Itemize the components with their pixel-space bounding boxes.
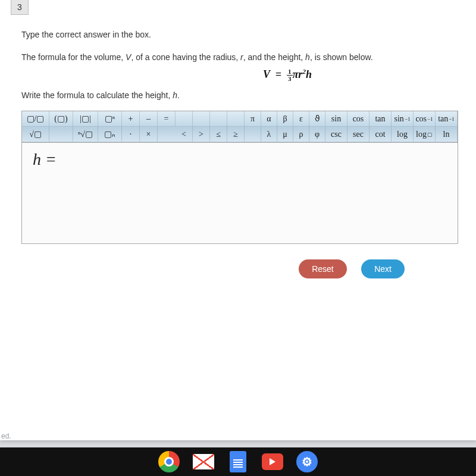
tool-beta[interactable]: β — [277, 111, 293, 127]
tool-epsilon[interactable]: ε — [293, 111, 309, 127]
tool-spacer — [245, 127, 261, 142]
gmail-icon[interactable] — [193, 451, 214, 472]
tool-mu[interactable]: μ — [277, 127, 293, 142]
answer-prefill: h = — [33, 150, 57, 168]
tool-fraction[interactable]: ▢/▢ — [22, 111, 49, 127]
tool-blank[interactable] — [49, 127, 73, 142]
tool-ge[interactable]: ≥ — [227, 127, 245, 142]
next-button[interactable]: Next — [361, 259, 405, 278]
tool-superscript[interactable]: ▢ⁿ — [98, 111, 122, 127]
tool-acos[interactable]: cos−1 — [414, 111, 436, 127]
tool-spacer — [227, 111, 245, 127]
tool-cot[interactable]: cot — [369, 127, 392, 142]
tool-log[interactable]: log — [392, 127, 414, 142]
tool-sqrt[interactable]: √▢ — [22, 127, 49, 142]
prompt-part: Write the formula to calculate the heigh… — [21, 90, 173, 100]
desc-part: The formula for the volume, — [21, 52, 126, 62]
desc-part: , and the height, — [243, 52, 305, 62]
tool-blank2[interactable] — [158, 127, 176, 142]
tool-spacer — [193, 111, 210, 127]
given-formula: V = 13πr2h — [21, 63, 458, 90]
desc-part: , of a cone having the radius, — [131, 52, 240, 62]
tool-csc[interactable]: csc — [325, 127, 347, 142]
tool-phi[interactable]: φ — [309, 127, 325, 142]
tool-times[interactable]: × — [140, 127, 158, 142]
tool-tan[interactable]: tan — [369, 111, 392, 127]
desc-part: , is shown below. — [310, 52, 373, 62]
tool-minus[interactable]: – — [140, 111, 158, 127]
tool-subscript[interactable]: ▢ₙ — [98, 127, 122, 142]
answer-input-area[interactable]: h = — [21, 143, 458, 244]
question-card: 3 Type the correct answer in the box. Th… — [0, 0, 476, 440]
tool-lambda[interactable]: λ — [261, 127, 277, 142]
youtube-icon[interactable] — [262, 451, 283, 472]
desc-var-h: h — [305, 52, 310, 62]
tool-logn[interactable]: log▢ — [414, 127, 436, 142]
description-text: The formula for the volume, V, of a cone… — [21, 52, 458, 62]
chrome-icon[interactable] — [158, 451, 180, 472]
tool-dot[interactable]: · — [122, 127, 140, 142]
tool-spacer — [176, 111, 193, 127]
tool-eq[interactable]: = — [158, 111, 176, 127]
equation-toolbar: ▢/▢ √▢ (▢) |▢| ⁿ√▢ ▢ⁿ ▢ₙ + – = · — [21, 111, 458, 143]
question-content: Type the correct answer in the box. The … — [0, 0, 476, 278]
docs-icon[interactable] — [227, 451, 249, 472]
tool-asin[interactable]: sin−1 — [392, 111, 414, 127]
button-row: Reset Next — [21, 244, 458, 278]
tool-atan[interactable]: tan−1 — [436, 111, 458, 127]
tool-plus[interactable]: + — [122, 111, 140, 127]
tool-ln[interactable]: ln — [436, 127, 458, 142]
tool-spacer — [210, 111, 227, 127]
footer-fragment: ed. — [1, 432, 11, 440]
tool-le[interactable]: ≤ — [210, 127, 227, 142]
tool-theta[interactable]: ϑ — [309, 111, 325, 127]
tool-alpha[interactable]: α — [261, 111, 277, 127]
prompt-var-h: h — [173, 90, 177, 100]
prompt-text: Write the formula to calculate the heigh… — [21, 90, 458, 100]
tool-lt[interactable]: < — [176, 127, 193, 142]
tool-pi[interactable]: π — [245, 111, 261, 127]
instruction-text: Type the correct answer in the box. — [21, 30, 458, 39]
reset-button[interactable]: Reset — [299, 259, 347, 278]
tool-abs[interactable]: |▢| — [73, 111, 98, 127]
tool-sin[interactable]: sin — [325, 111, 347, 127]
settings-gear-icon[interactable]: ⚙ — [296, 451, 318, 472]
question-number-tab: 3 — [11, 0, 29, 15]
tool-rho[interactable]: ρ — [293, 127, 309, 142]
tool-gt[interactable]: > — [193, 127, 210, 142]
os-taskbar: ⚙ — [0, 447, 476, 476]
tool-sec[interactable]: sec — [347, 127, 369, 142]
tool-cos[interactable]: cos — [347, 111, 369, 127]
prompt-part: . — [177, 90, 180, 100]
tool-nroot[interactable]: ⁿ√▢ — [73, 127, 98, 142]
tool-parens[interactable]: (▢) — [49, 111, 73, 127]
